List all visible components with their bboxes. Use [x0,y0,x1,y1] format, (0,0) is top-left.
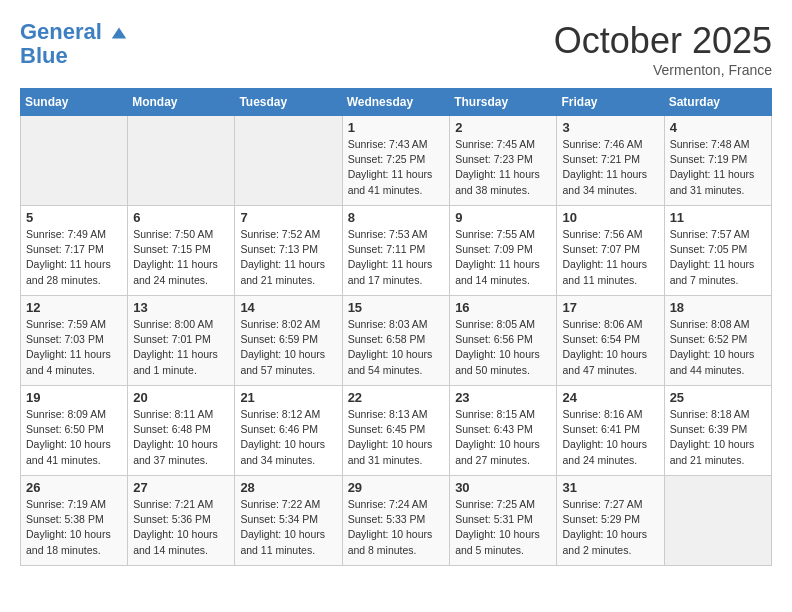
day-cell: 8Sunrise: 7:53 AM Sunset: 7:11 PM Daylig… [342,206,450,296]
weekday-header-row: SundayMondayTuesdayWednesdayThursdayFrid… [21,89,772,116]
day-number: 1 [348,120,445,135]
logo-icon [110,24,128,42]
day-number: 25 [670,390,766,405]
day-number: 2 [455,120,551,135]
day-cell: 19Sunrise: 8:09 AM Sunset: 6:50 PM Dayli… [21,386,128,476]
day-info: Sunrise: 7:21 AM Sunset: 5:36 PM Dayligh… [133,497,229,558]
day-number: 13 [133,300,229,315]
day-cell: 7Sunrise: 7:52 AM Sunset: 7:13 PM Daylig… [235,206,342,296]
week-row-5: 26Sunrise: 7:19 AM Sunset: 5:38 PM Dayli… [21,476,772,566]
day-cell: 21Sunrise: 8:12 AM Sunset: 6:46 PM Dayli… [235,386,342,476]
day-cell: 23Sunrise: 8:15 AM Sunset: 6:43 PM Dayli… [450,386,557,476]
day-info: Sunrise: 8:09 AM Sunset: 6:50 PM Dayligh… [26,407,122,468]
day-number: 28 [240,480,336,495]
day-info: Sunrise: 8:06 AM Sunset: 6:54 PM Dayligh… [562,317,658,378]
day-number: 19 [26,390,122,405]
day-number: 27 [133,480,229,495]
day-cell: 4Sunrise: 7:48 AM Sunset: 7:19 PM Daylig… [664,116,771,206]
day-number: 31 [562,480,658,495]
page-header: General Blue October 2025 Vermenton, Fra… [20,20,772,78]
day-info: Sunrise: 8:12 AM Sunset: 6:46 PM Dayligh… [240,407,336,468]
day-info: Sunrise: 7:27 AM Sunset: 5:29 PM Dayligh… [562,497,658,558]
day-info: Sunrise: 7:46 AM Sunset: 7:21 PM Dayligh… [562,137,658,198]
day-number: 3 [562,120,658,135]
day-cell: 14Sunrise: 8:02 AM Sunset: 6:59 PM Dayli… [235,296,342,386]
month-title: October 2025 [554,20,772,62]
day-cell: 15Sunrise: 8:03 AM Sunset: 6:58 PM Dayli… [342,296,450,386]
day-cell [21,116,128,206]
day-number: 24 [562,390,658,405]
day-number: 6 [133,210,229,225]
day-info: Sunrise: 8:18 AM Sunset: 6:39 PM Dayligh… [670,407,766,468]
day-number: 29 [348,480,445,495]
week-row-4: 19Sunrise: 8:09 AM Sunset: 6:50 PM Dayli… [21,386,772,476]
day-number: 18 [670,300,766,315]
day-info: Sunrise: 7:53 AM Sunset: 7:11 PM Dayligh… [348,227,445,288]
day-cell: 6Sunrise: 7:50 AM Sunset: 7:15 PM Daylig… [128,206,235,296]
day-number: 7 [240,210,336,225]
day-number: 5 [26,210,122,225]
day-info: Sunrise: 7:22 AM Sunset: 5:34 PM Dayligh… [240,497,336,558]
day-number: 21 [240,390,336,405]
day-info: Sunrise: 7:48 AM Sunset: 7:19 PM Dayligh… [670,137,766,198]
calendar-table: SundayMondayTuesdayWednesdayThursdayFrid… [20,88,772,566]
day-info: Sunrise: 8:00 AM Sunset: 7:01 PM Dayligh… [133,317,229,378]
logo-blue: Blue [20,43,68,68]
day-info: Sunrise: 7:50 AM Sunset: 7:15 PM Dayligh… [133,227,229,288]
day-cell: 22Sunrise: 8:13 AM Sunset: 6:45 PM Dayli… [342,386,450,476]
day-cell [664,476,771,566]
day-info: Sunrise: 7:55 AM Sunset: 7:09 PM Dayligh… [455,227,551,288]
logo: General Blue [20,20,128,68]
day-cell: 1Sunrise: 7:43 AM Sunset: 7:25 PM Daylig… [342,116,450,206]
day-cell: 11Sunrise: 7:57 AM Sunset: 7:05 PM Dayli… [664,206,771,296]
weekday-header-saturday: Saturday [664,89,771,116]
day-info: Sunrise: 7:49 AM Sunset: 7:17 PM Dayligh… [26,227,122,288]
day-cell: 9Sunrise: 7:55 AM Sunset: 7:09 PM Daylig… [450,206,557,296]
location: Vermenton, France [554,62,772,78]
weekday-header-monday: Monday [128,89,235,116]
day-info: Sunrise: 7:25 AM Sunset: 5:31 PM Dayligh… [455,497,551,558]
day-cell: 3Sunrise: 7:46 AM Sunset: 7:21 PM Daylig… [557,116,664,206]
day-number: 10 [562,210,658,225]
day-number: 14 [240,300,336,315]
day-info: Sunrise: 7:52 AM Sunset: 7:13 PM Dayligh… [240,227,336,288]
day-cell [235,116,342,206]
svg-marker-0 [112,28,126,39]
day-number: 30 [455,480,551,495]
day-info: Sunrise: 7:43 AM Sunset: 7:25 PM Dayligh… [348,137,445,198]
day-info: Sunrise: 7:19 AM Sunset: 5:38 PM Dayligh… [26,497,122,558]
day-cell: 18Sunrise: 8:08 AM Sunset: 6:52 PM Dayli… [664,296,771,386]
day-number: 8 [348,210,445,225]
day-info: Sunrise: 8:08 AM Sunset: 6:52 PM Dayligh… [670,317,766,378]
day-info: Sunrise: 7:57 AM Sunset: 7:05 PM Dayligh… [670,227,766,288]
day-info: Sunrise: 8:13 AM Sunset: 6:45 PM Dayligh… [348,407,445,468]
day-cell: 17Sunrise: 8:06 AM Sunset: 6:54 PM Dayli… [557,296,664,386]
week-row-2: 5Sunrise: 7:49 AM Sunset: 7:17 PM Daylig… [21,206,772,296]
day-cell: 28Sunrise: 7:22 AM Sunset: 5:34 PM Dayli… [235,476,342,566]
day-number: 23 [455,390,551,405]
day-number: 4 [670,120,766,135]
day-info: Sunrise: 8:11 AM Sunset: 6:48 PM Dayligh… [133,407,229,468]
day-cell [128,116,235,206]
day-number: 11 [670,210,766,225]
day-info: Sunrise: 8:03 AM Sunset: 6:58 PM Dayligh… [348,317,445,378]
day-number: 12 [26,300,122,315]
logo-general: General [20,19,102,44]
day-info: Sunrise: 8:02 AM Sunset: 6:59 PM Dayligh… [240,317,336,378]
day-info: Sunrise: 7:56 AM Sunset: 7:07 PM Dayligh… [562,227,658,288]
day-cell: 30Sunrise: 7:25 AM Sunset: 5:31 PM Dayli… [450,476,557,566]
day-info: Sunrise: 7:59 AM Sunset: 7:03 PM Dayligh… [26,317,122,378]
weekday-header-thursday: Thursday [450,89,557,116]
day-cell: 25Sunrise: 8:18 AM Sunset: 6:39 PM Dayli… [664,386,771,476]
day-cell: 16Sunrise: 8:05 AM Sunset: 6:56 PM Dayli… [450,296,557,386]
day-number: 17 [562,300,658,315]
weekday-header-sunday: Sunday [21,89,128,116]
day-cell: 31Sunrise: 7:27 AM Sunset: 5:29 PM Dayli… [557,476,664,566]
day-number: 9 [455,210,551,225]
day-number: 16 [455,300,551,315]
day-cell: 27Sunrise: 7:21 AM Sunset: 5:36 PM Dayli… [128,476,235,566]
day-cell: 2Sunrise: 7:45 AM Sunset: 7:23 PM Daylig… [450,116,557,206]
title-block: October 2025 Vermenton, France [554,20,772,78]
day-number: 26 [26,480,122,495]
day-info: Sunrise: 8:05 AM Sunset: 6:56 PM Dayligh… [455,317,551,378]
